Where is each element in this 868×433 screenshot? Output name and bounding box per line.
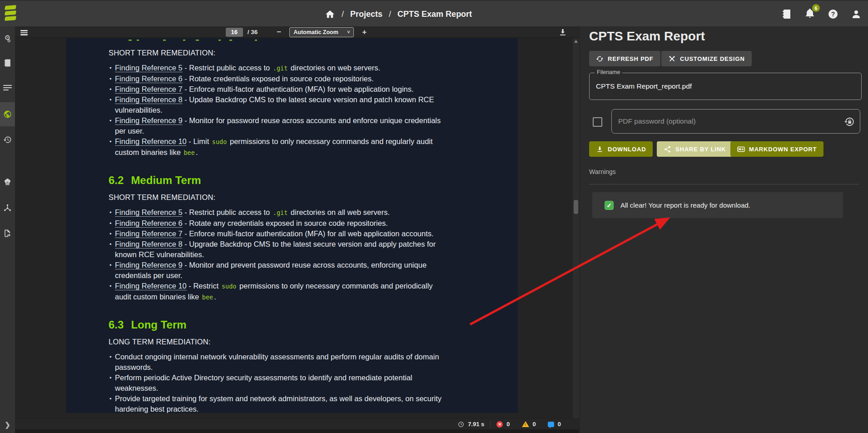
- list-item: •Finding Reference 5 - Restrict public a…: [109, 207, 490, 218]
- settings-nav-item[interactable]: ⚙ ⚙: [0, 28, 15, 48]
- bullet: •: [109, 218, 115, 229]
- list-item: •Finding Reference 9 - Monitor and preve…: [109, 260, 490, 281]
- publish-panel: CPTS Exam Report REFRESH PDF CUSTOMIZE D…: [579, 26, 868, 433]
- notification-badge: 6: [812, 4, 820, 12]
- markdown-export-button[interactable]: MARKDOWN EXPORT: [730, 141, 823, 157]
- bullet: •: [109, 281, 115, 303]
- password-checkbox[interactable]: [593, 117, 602, 127]
- list-item: •Finding Reference 7 - Enforce multi-fac…: [109, 229, 490, 239]
- list-icon: [3, 84, 12, 92]
- customize-design-button[interactable]: CUSTOMIZE DESIGN: [661, 51, 752, 66]
- filename-input[interactable]: [590, 73, 861, 100]
- heading-number: 6.2: [109, 174, 124, 186]
- text-segment: - Rotate credentials exposed in source c…: [183, 75, 374, 83]
- page-total: / 36: [248, 29, 258, 35]
- history-icon: [3, 135, 12, 144]
- breadcrumb-projects[interactable]: Projects: [350, 10, 382, 19]
- svg-text:?: ?: [831, 10, 835, 18]
- finding-reference-link[interactable]: Finding Reference 6: [115, 219, 183, 227]
- filename-field-label: Filename: [595, 69, 622, 75]
- remediation-list-medium-term: •Finding Reference 5 - Restrict public a…: [109, 207, 490, 303]
- bullet: •: [109, 136, 115, 158]
- download-button[interactable]: DOWNLOAD: [589, 141, 653, 157]
- graph-nav-item[interactable]: [0, 198, 15, 218]
- user-icon[interactable]: [851, 9, 862, 20]
- text-segment: - Enforce multi-factor authentication (M…: [183, 229, 434, 238]
- designer-nav-item[interactable]: [0, 172, 15, 192]
- inline-code: .git: [272, 65, 289, 72]
- finding-reference-link[interactable]: Finding Reference 6: [115, 75, 183, 83]
- text-segment: per user.: [115, 127, 144, 135]
- password-input[interactable]: [612, 109, 860, 133]
- section-label: LONG TERM REMEDIATION:: [109, 338, 490, 346]
- text-segment: .: [196, 148, 198, 156]
- notebook-icon[interactable]: [781, 9, 792, 20]
- home-icon[interactable]: [325, 9, 335, 20]
- tools-icon: [668, 55, 676, 63]
- inline-code: bee: [201, 294, 214, 301]
- list-item: •Finding Reference 8 - Update Backdrop C…: [109, 95, 490, 115]
- zoom-out-icon[interactable]: −: [275, 28, 283, 37]
- download-pdf-icon[interactable]: [558, 28, 567, 37]
- clock-icon: [458, 421, 464, 428]
- remediation-list-short-term: •Finding Reference 5 - Restrict public a…: [109, 63, 490, 158]
- finding-reference-link[interactable]: Finding Reference 5: [115, 208, 183, 216]
- text-segment: hardening best practices.: [115, 405, 198, 413]
- notes-nav-item[interactable]: [0, 53, 15, 73]
- finding-reference-link[interactable]: Finding Reference 8: [115, 240, 183, 248]
- file-export-icon: [3, 229, 12, 238]
- inline-code: sudo: [211, 138, 228, 145]
- message-icon: [548, 422, 554, 427]
- pdf-statusbar: 7.91 s ✕ 0 ! 0 0: [15, 418, 579, 429]
- pdf-toolbar: / 36 − Automatic Zoom ˅ +: [15, 26, 579, 38]
- bullet: •: [109, 63, 115, 74]
- left-sidebar: ⚙ ⚙: [0, 26, 15, 433]
- scroll-up-arrow[interactable]: [574, 40, 578, 43]
- zoom-in-icon[interactable]: +: [360, 28, 368, 37]
- zoom-mode-value: Automatic Zoom: [293, 29, 338, 35]
- notifications-button[interactable]: 6: [804, 8, 815, 20]
- finding-reference-link[interactable]: Finding Reference 7: [115, 229, 183, 238]
- finding-reference-link[interactable]: Finding Reference 9: [115, 116, 183, 124]
- bullet: •: [109, 239, 115, 260]
- page-number-input[interactable]: [226, 28, 243, 37]
- text-segment: directories on web servers.: [288, 64, 380, 72]
- app-logo-icon[interactable]: [4, 5, 17, 23]
- bullet: •: [109, 74, 115, 84]
- help-icon[interactable]: ?: [828, 9, 838, 20]
- warnings-section-label: Warnings: [589, 168, 616, 175]
- breadcrumb: / Projects / CPTS Exam Report: [325, 1, 472, 27]
- finding-reference-link[interactable]: Finding Reference 7: [115, 85, 183, 93]
- text-segment: audit custom binaries like: [115, 293, 201, 301]
- finding-reference-link[interactable]: Finding Reference 9: [115, 261, 183, 269]
- publish-nav-item[interactable]: [0, 104, 15, 124]
- refresh-pdf-label: REFRESH PDF: [608, 55, 654, 62]
- findings-nav-item[interactable]: [0, 78, 15, 98]
- text-segment: permissions to only necessary commands a…: [237, 282, 432, 290]
- scrollbar-thumb[interactable]: [574, 200, 578, 214]
- list-item: •Finding Reference 10 - Restrict sudo pe…: [109, 281, 490, 303]
- section-label: SHORT TERM REMEDIATION:: [109, 193, 490, 202]
- section-heading: 6.3Long Term: [109, 318, 490, 331]
- breadcrumb-current: CPTS Exam Report: [397, 10, 472, 19]
- refresh-pdf-button[interactable]: REFRESH PDF: [589, 51, 660, 66]
- graph-icon: [3, 204, 12, 212]
- inline-code: bee: [183, 149, 195, 156]
- sidebar-expand-chevron[interactable]: ❯: [0, 418, 15, 432]
- pdf-scrollbar[interactable]: [573, 38, 579, 418]
- finding-reference-link[interactable]: Finding Reference 5: [115, 64, 183, 72]
- error-icon: ✕: [496, 421, 503, 428]
- zoom-mode-select[interactable]: Automatic Zoom ˅: [289, 27, 354, 37]
- list-item: •Finding Reference 8 - Upgrade Backdrop …: [109, 239, 490, 260]
- share-by-link-button[interactable]: SHARE BY LINK: [657, 141, 733, 157]
- bullet: •: [109, 84, 115, 95]
- history-nav-item[interactable]: [0, 129, 15, 149]
- finding-reference-link[interactable]: Finding Reference 10: [115, 282, 187, 290]
- finding-reference-link[interactable]: Finding Reference 8: [115, 95, 183, 104]
- list-item: •Finding Reference 6 - Rotate any creden…: [109, 218, 490, 229]
- export-nav-item[interactable]: [0, 223, 15, 243]
- text-segment: weaknesses.: [115, 384, 158, 392]
- finding-reference-link[interactable]: Finding Reference 10: [115, 137, 187, 145]
- generate-password-icon[interactable]: [844, 117, 854, 127]
- markdown-export-label: MARKDOWN EXPORT: [749, 146, 817, 153]
